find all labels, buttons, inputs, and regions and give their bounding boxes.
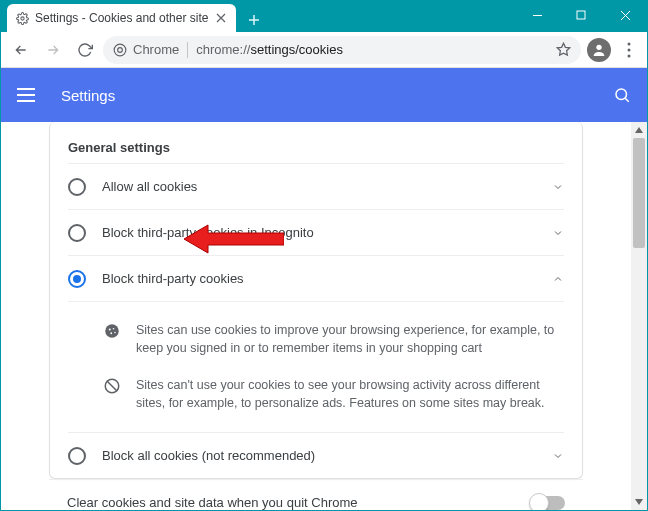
info-text: Sites can use cookies to improve your br… — [136, 322, 564, 357]
option-block-third-party[interactable]: Block third-party cookies — [68, 255, 564, 301]
browser-toolbar: Chrome chrome://settings/cookies — [1, 32, 647, 68]
svg-marker-17 — [635, 127, 643, 133]
site-info-button[interactable]: Chrome — [113, 42, 179, 57]
option-expanded-details: Sites can use cookies to improve your br… — [68, 301, 564, 432]
maximize-button[interactable] — [559, 1, 603, 29]
option-label: Block third-party cookies in Incognito — [102, 225, 536, 240]
svg-point-2 — [114, 44, 126, 56]
hamburger-menu-button[interactable] — [17, 83, 41, 107]
url-text: chrome://settings/cookies — [196, 42, 548, 57]
option-block-incognito[interactable]: Block third-party cookies in Incognito — [68, 209, 564, 255]
settings-content: General settings Allow all cookies Block… — [1, 122, 647, 510]
svg-point-10 — [105, 324, 119, 338]
option-label: Allow all cookies — [102, 179, 536, 194]
scheme-label: Chrome — [133, 42, 179, 57]
browser-tab[interactable]: Settings - Cookies and other site — [7, 4, 236, 32]
chrome-icon — [113, 43, 127, 57]
chevron-up-icon[interactable] — [552, 273, 564, 285]
omnibox-divider — [187, 42, 188, 58]
switch-off-icon[interactable] — [531, 496, 565, 510]
section-title: General settings — [68, 122, 564, 163]
svg-point-11 — [109, 329, 111, 331]
back-button[interactable] — [7, 36, 35, 64]
cookie-icon — [102, 322, 122, 357]
svg-marker-18 — [635, 499, 643, 505]
svg-marker-4 — [557, 43, 570, 55]
profile-avatar[interactable] — [587, 38, 611, 62]
window-controls — [515, 1, 647, 29]
search-icon[interactable] — [613, 86, 631, 104]
option-label: Block third-party cookies — [102, 271, 536, 286]
reload-button[interactable] — [71, 36, 99, 64]
new-tab-button[interactable] — [242, 8, 266, 32]
svg-point-12 — [113, 328, 115, 330]
chevron-down-icon[interactable] — [552, 450, 564, 462]
toggle-label: Clear cookies and site data when you qui… — [67, 495, 517, 510]
svg-point-8 — [628, 54, 631, 57]
browser-menu-button[interactable] — [617, 38, 641, 62]
scroll-down-button[interactable] — [631, 494, 647, 510]
scroll-up-button[interactable] — [631, 122, 647, 138]
option-allow-all[interactable]: Allow all cookies — [68, 163, 564, 209]
chevron-down-icon[interactable] — [552, 181, 564, 193]
scrollbar-thumb[interactable] — [633, 138, 645, 248]
option-block-all[interactable]: Block all cookies (not recommended) — [68, 432, 564, 478]
info-text: Sites can't use your cookies to see your… — [136, 377, 564, 412]
radio-icon — [68, 224, 86, 242]
radio-icon — [68, 270, 86, 288]
svg-point-3 — [118, 47, 123, 52]
radio-icon — [68, 178, 86, 196]
svg-point-9 — [616, 89, 627, 100]
address-bar[interactable]: Chrome chrome://settings/cookies — [103, 36, 581, 64]
gear-icon — [15, 11, 29, 25]
window-titlebar: Settings - Cookies and other site — [1, 1, 647, 32]
svg-point-14 — [114, 332, 116, 334]
option-label: Block all cookies (not recommended) — [102, 448, 536, 463]
chevron-down-icon[interactable] — [552, 227, 564, 239]
bookmark-star-icon[interactable] — [556, 42, 571, 57]
toggle-clear-on-quit[interactable]: Clear cookies and site data when you qui… — [49, 479, 583, 510]
general-settings-card: General settings Allow all cookies Block… — [49, 122, 583, 479]
info-row-block: Sites can't use your cookies to see your… — [102, 367, 564, 422]
svg-point-6 — [628, 42, 631, 45]
info-row-cookie: Sites can use cookies to improve your br… — [102, 312, 564, 367]
close-window-button[interactable] — [603, 1, 647, 29]
settings-header: Settings — [1, 68, 647, 122]
tab-strip: Settings - Cookies and other site — [1, 1, 266, 32]
svg-point-13 — [110, 332, 112, 334]
block-icon — [102, 377, 122, 412]
page-title: Settings — [61, 87, 613, 104]
scrollbar-track[interactable] — [631, 138, 647, 494]
svg-rect-1 — [577, 11, 585, 19]
forward-button[interactable] — [39, 36, 67, 64]
svg-point-0 — [20, 16, 23, 19]
vertical-scrollbar[interactable] — [631, 122, 647, 510]
tab-title: Settings - Cookies and other site — [35, 11, 208, 25]
svg-point-7 — [628, 48, 631, 51]
radio-icon — [68, 447, 86, 465]
close-icon[interactable] — [214, 11, 228, 25]
svg-point-5 — [596, 44, 601, 49]
minimize-button[interactable] — [515, 1, 559, 29]
